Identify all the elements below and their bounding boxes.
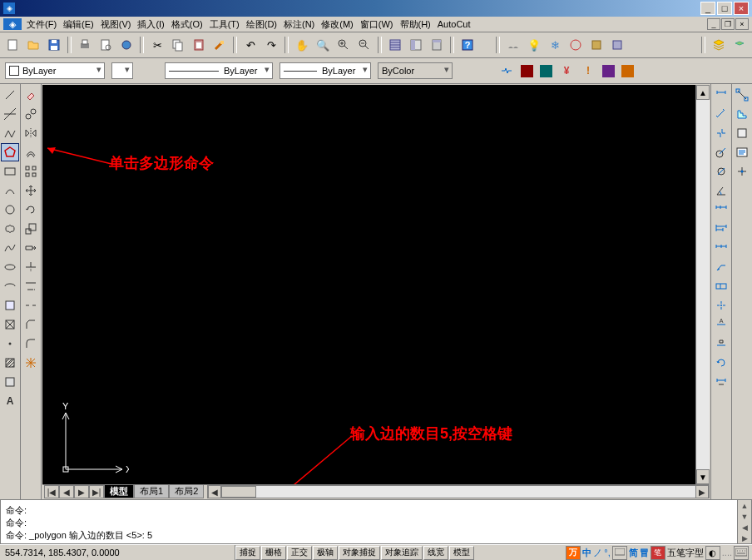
copy-button[interactable]	[169, 36, 187, 54]
ellipse-tool[interactable]	[1, 258, 19, 276]
dim-baseline-tool[interactable]	[712, 220, 730, 238]
scroll-left-button[interactable]: ◀	[208, 485, 221, 498]
mirror-tool[interactable]	[22, 124, 40, 142]
cut-button[interactable]: ✂	[148, 36, 166, 54]
tab-layout1[interactable]: 布局1	[134, 485, 169, 498]
layer-combo[interactable]: ByLayer	[5, 62, 105, 79]
menu-modify[interactable]: 修改(M)	[318, 18, 357, 31]
doc-restore-button[interactable]: ❐	[721, 18, 735, 30]
mode-otrack[interactable]: 对象追踪	[381, 546, 423, 560]
circle-tool[interactable]	[1, 201, 19, 219]
layer-freeze-icon[interactable]: ❄	[546, 36, 564, 54]
ime-keyboard-icon[interactable]	[734, 546, 749, 560]
command-scrollbar[interactable]: ▲ ▼ ◀ ▶	[737, 500, 751, 543]
doc-minimize-button[interactable]: _	[707, 18, 720, 30]
tab-nav-first[interactable]: |◀	[44, 485, 59, 498]
menu-autocut[interactable]: AutoCut	[434, 19, 474, 29]
publish-button[interactable]	[117, 36, 136, 54]
region-tool[interactable]	[1, 373, 19, 391]
zoom-realtime-button[interactable]: 🔍	[314, 36, 332, 54]
misc-icon-3[interactable]	[540, 65, 552, 77]
tab-layout2[interactable]: 布局2	[169, 485, 204, 498]
list-tool[interactable]	[733, 143, 751, 161]
match-properties-button[interactable]	[210, 36, 229, 54]
hatch-tool[interactable]	[1, 354, 19, 372]
rectangle-tool[interactable]	[1, 162, 19, 181]
region-mass-tool[interactable]	[733, 124, 751, 142]
cmd-scroll-right[interactable]: ▶	[738, 533, 751, 543]
ime-lang-zh[interactable]: 中	[582, 547, 591, 559]
revcloud-tool[interactable]	[1, 220, 19, 238]
mode-lwt[interactable]: 线宽	[423, 546, 448, 560]
pline-tool[interactable]	[1, 124, 19, 142]
misc-icon-2[interactable]	[521, 65, 533, 77]
spline-tool[interactable]	[1, 239, 19, 257]
drawing-canvas[interactable]: Y X 单击多边形命令 输入边的数目5,按空格键	[42, 85, 695, 484]
erase-tool[interactable]	[22, 86, 40, 104]
menu-view[interactable]: 视图(V)	[97, 18, 135, 31]
tolerance-tool[interactable]	[712, 277, 730, 295]
open-button[interactable]	[24, 36, 42, 54]
distance-tool[interactable]	[733, 86, 751, 104]
ime-menu-icon[interactable]: 冒	[640, 547, 649, 559]
mode-ortho[interactable]: 正交	[287, 546, 312, 560]
ime-simp-icon[interactable]: 简	[629, 547, 638, 559]
fillet-tool[interactable]	[22, 335, 40, 353]
zoom-window-button[interactable]	[355, 36, 374, 54]
tab-model[interactable]: 模型	[104, 485, 134, 498]
horizontal-scrollbar[interactable]: ◀ ▶	[207, 485, 710, 498]
scroll-up-button[interactable]: ▲	[696, 85, 710, 100]
menu-window[interactable]: 窗口(W)	[357, 18, 397, 31]
minimize-button[interactable]: _	[700, 2, 715, 15]
maximize-button[interactable]: □	[717, 2, 732, 15]
tool-palettes-button[interactable]	[428, 36, 446, 54]
ime-engine-icon[interactable]: 笔	[651, 546, 665, 560]
tab-nav-next[interactable]: ▶	[74, 485, 89, 498]
pan-button[interactable]: ✋	[293, 36, 311, 54]
properties-button[interactable]	[386, 36, 404, 54]
insert-block-tool[interactable]	[1, 296, 19, 315]
dim-angular-tool[interactable]	[712, 181, 730, 200]
plotstyle-combo[interactable]: ByColor	[378, 62, 453, 79]
print-preview-button[interactable]	[96, 36, 115, 54]
layer-states-button[interactable]	[504, 36, 522, 54]
menu-dimension[interactable]: 标注(N)	[280, 18, 318, 31]
design-center-button[interactable]	[407, 36, 425, 54]
extend-tool[interactable]	[22, 277, 40, 295]
undo-button[interactable]: ↶	[241, 36, 260, 54]
dim-aligned-tool[interactable]	[712, 105, 730, 123]
save-button[interactable]	[45, 36, 63, 54]
layer-more-icon[interactable]	[608, 36, 626, 54]
ellipse-arc-tool[interactable]	[1, 277, 19, 295]
tab-nav-last[interactable]: ▶|	[89, 485, 104, 498]
explode-tool[interactable]	[22, 354, 40, 372]
chamfer-tool[interactable]	[22, 315, 40, 334]
point-tool[interactable]	[1, 335, 19, 353]
vertical-scrollbar[interactable]: ▲ ▼	[695, 85, 710, 484]
menu-draw[interactable]: 绘图(D)	[243, 18, 280, 31]
menu-format[interactable]: 格式(O)	[168, 18, 206, 31]
doc-close-button[interactable]: ×	[735, 18, 749, 30]
dim-update-tool[interactable]	[712, 354, 730, 372]
layer-lightbulb-icon[interactable]: 💡	[525, 36, 543, 54]
mode-grid[interactable]: 栅格	[261, 546, 286, 560]
menu-help[interactable]: 帮助(H)	[397, 18, 434, 31]
cmd-scroll-left[interactable]: ◀	[738, 522, 751, 533]
copy-tool[interactable]	[22, 105, 40, 123]
scroll-thumb-h[interactable]	[221, 486, 256, 498]
rotate-tool[interactable]	[22, 201, 40, 219]
qleader-tool[interactable]	[712, 258, 730, 276]
linetype-combo[interactable]: ByLayer	[165, 62, 273, 79]
dim-ordinate-tool[interactable]	[712, 124, 730, 142]
cmd-scroll-down[interactable]: ▼	[738, 511, 751, 522]
scroll-down-button[interactable]: ▼	[696, 469, 710, 484]
menu-tools[interactable]: 工具(T)	[206, 18, 243, 31]
tab-nav-prev[interactable]: ◀	[59, 485, 74, 498]
redo-button[interactable]: ↷	[262, 36, 280, 54]
arc-tool[interactable]	[1, 181, 19, 200]
scale-tool[interactable]	[22, 220, 40, 238]
center-mark-tool[interactable]	[712, 296, 730, 315]
layer-color-icon[interactable]	[566, 36, 585, 54]
area-tool[interactable]	[733, 105, 751, 123]
paste-button[interactable]	[190, 36, 208, 54]
